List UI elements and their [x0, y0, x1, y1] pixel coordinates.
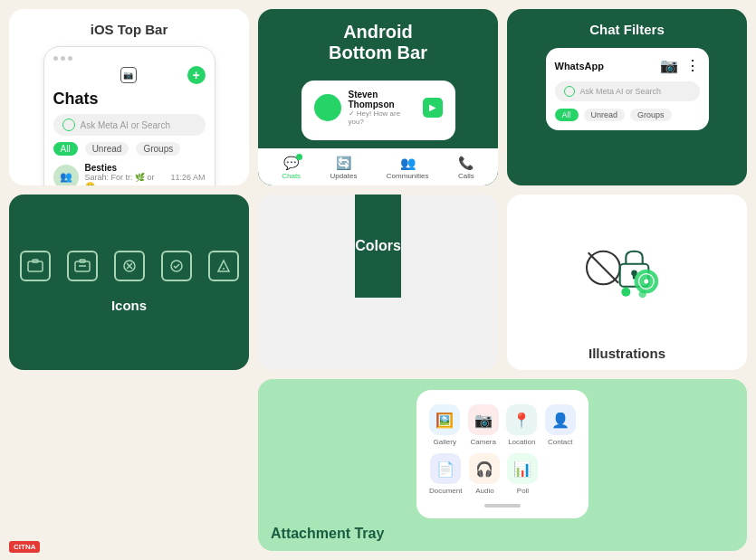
location-icon: 📍 [506, 404, 537, 435]
contact-info: Steven Thompson ✓ Hey! How are you? [349, 90, 416, 126]
attach-location[interactable]: 📍 Location [506, 404, 538, 446]
filter-tab-groups[interactable]: Groups [630, 109, 672, 121]
filter-tabs: All Unread Groups [53, 142, 206, 156]
document-icon: 📄 [430, 453, 461, 484]
poll-label: Poll [517, 487, 529, 495]
audio-icon: 🎧 [469, 453, 500, 484]
icon-1 [20, 251, 51, 281]
tray-handle [484, 504, 521, 508]
poll-icon: 📊 [507, 453, 538, 484]
citna-badge: CITNA [9, 541, 40, 553]
android-nav-bar: 💬 Chats 🔄 Updates 👥 Communities 📞 Calls [258, 148, 498, 185]
filter-tab-unread[interactable]: Unread [584, 109, 626, 121]
camera-filter-icon: 📷 [660, 57, 678, 74]
icon-5 [208, 251, 239, 281]
android-tab-updates[interactable]: 🔄 Updates [330, 156, 358, 180]
attach-empty [545, 453, 576, 495]
video-call-icon[interactable]: ▶ [423, 98, 443, 118]
chat-name-1: Besties [85, 163, 165, 173]
whatsapp-label: WhatsApp [555, 61, 604, 71]
illustrations-card: Illustrations [507, 195, 747, 371]
illustration-area [582, 207, 673, 330]
attach-audio[interactable]: 🎧 Audio [469, 453, 500, 495]
svg-point-20 [638, 290, 646, 298]
chat-info-1: Besties Sarah: For tr: 🌿 or 😊 [85, 163, 165, 185]
camera-label: Camera [471, 438, 496, 446]
attachment-tray: 🖼️ Gallery 📷 Camera 📍 Location 👤 Contact [416, 390, 589, 518]
attachment-grid-row1: 🖼️ Gallery 📷 Camera 📍 Location 👤 Contact [429, 404, 576, 446]
tab-unread[interactable]: Unread [85, 142, 129, 156]
contact-card: Steven Thompson ✓ Hey! How are you? ▶ [301, 81, 455, 140]
ios-card-title: iOS Top Bar [91, 22, 168, 37]
plus-button[interactable]: + [187, 66, 206, 84]
svg-point-19 [621, 288, 630, 297]
calls-label: Calls [458, 172, 474, 180]
ios-top-bar-card: iOS Top Bar 📷 + Chats Ask Meta AI or Sea… [9, 9, 249, 185]
attach-document[interactable]: 📄 Document [429, 453, 462, 495]
filter-search-bar[interactable]: Ask Meta AI or Search [555, 81, 700, 101]
updates-label: Updates [330, 172, 358, 180]
contact-label: Contact [548, 438, 573, 446]
icons-row [20, 251, 239, 281]
phone-top-bar: 📷 + [53, 66, 206, 84]
contact-name: Steven Thompson [349, 90, 416, 109]
attachment-tray-title: Attachment Tray [267, 526, 384, 542]
android-tab-chats[interactable]: 💬 Chats [282, 156, 301, 180]
attachment-grid-row2: 📄 Document 🎧 Audio 📊 Poll [429, 453, 576, 495]
menu-filter-icon: ⋮ [685, 57, 700, 74]
illustrations-label: Illustrations [589, 346, 665, 361]
gallery-label: Gallery [434, 438, 456, 446]
android-tab-calls[interactable]: 📞 Calls [458, 156, 474, 180]
communities-label: Communities [387, 172, 429, 180]
calls-icon: 📞 [458, 156, 474, 170]
main-grid: iOS Top Bar 📷 + Chats Ask Meta AI or Sea… [0, 0, 756, 560]
contact-status: ✓ Hey! How are you? [349, 109, 416, 126]
colors-dark-swatch: Colors [355, 195, 401, 298]
attachment-tray-card: 🖼️ Gallery 📷 Camera 📍 Location 👤 Contact [258, 379, 747, 551]
lock-illustration [582, 223, 673, 313]
svg-point-10 [223, 268, 225, 270]
chat-preview-1: Sarah: For tr: 🌿 or 😊 [85, 173, 165, 185]
meta-ai-icon [62, 119, 75, 131]
chats-heading: Chats [53, 90, 206, 109]
attach-poll[interactable]: 📊 Poll [507, 453, 538, 495]
tab-all[interactable]: All [53, 142, 78, 156]
avatar-besties: 👥 [53, 165, 79, 185]
svg-marker-9 [218, 261, 229, 271]
camera-icon: 📷 [120, 67, 137, 83]
colors-card: Colors [258, 195, 498, 371]
icon-4 [161, 251, 192, 281]
audio-label: Audio [475, 487, 493, 495]
svg-line-12 [588, 253, 617, 283]
filter-meta-icon [564, 86, 575, 97]
communities-icon: 👥 [400, 156, 416, 170]
attach-contact[interactable]: 👤 Contact [545, 404, 577, 446]
filters-card-title: Chat Filters [589, 22, 665, 37]
updates-icon: 🔄 [336, 156, 351, 170]
contact-header: Steven Thompson ✓ Hey! How are you? ▶ [314, 90, 443, 126]
tab-groups[interactable]: Groups [136, 142, 180, 156]
contact-icon: 👤 [545, 404, 576, 435]
location-label: Location [508, 438, 535, 446]
filters-mockup: WhatsApp 📷 ⋮ Ask Meta AI or Search All U… [546, 48, 709, 130]
search-bar[interactable]: Ask Meta AI or Search [53, 114, 206, 136]
search-placeholder: Ask Meta AI or Search [81, 120, 171, 130]
contact-avatar [314, 94, 341, 121]
attach-camera[interactable]: 📷 Camera [468, 404, 500, 446]
filter-tab-row: All Unread Groups [555, 109, 700, 121]
android-card-title: AndroidBottom Bar [258, 9, 498, 72]
icons-label: Icons [111, 298, 147, 313]
phone-dots [53, 56, 206, 61]
colors-label-dark: Colors [355, 238, 401, 254]
chats-label: Chats [282, 172, 301, 180]
android-tab-communities[interactable]: 👥 Communities [387, 156, 429, 180]
chat-item-1[interactable]: 👥 Besties Sarah: For tr: 🌿 or 😊 11:26 AM [53, 163, 206, 185]
phone-mockup: 📷 + Chats Ask Meta AI or Search All Unre… [43, 46, 215, 185]
gallery-icon: 🖼️ [429, 404, 460, 435]
attach-gallery[interactable]: 🖼️ Gallery [429, 404, 461, 446]
android-bottom-bar-card: AndroidBottom Bar Steven Thompson ✓ Hey!… [258, 9, 498, 185]
filter-action-icons: 📷 ⋮ [660, 57, 700, 74]
android-top-area: Steven Thompson ✓ Hey! How are you? ▶ [258, 72, 498, 148]
filter-header: WhatsApp 📷 ⋮ [555, 57, 700, 74]
filter-tab-all[interactable]: All [555, 109, 579, 121]
